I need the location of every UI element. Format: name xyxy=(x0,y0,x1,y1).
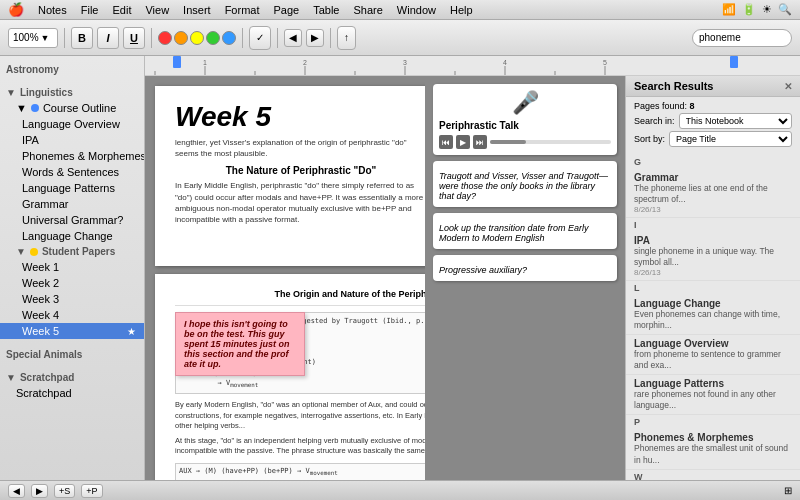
sidebar-item-week2[interactable]: Week 2 xyxy=(0,275,144,291)
shortcut-p-button[interactable]: +P xyxy=(81,484,102,498)
menu-bar: 🍎 Notes File Edit View Insert Format Pag… xyxy=(0,0,800,20)
sidebar-item-special-animals[interactable]: Special Animals xyxy=(0,347,144,362)
sidebar-label-week4: Week 4 xyxy=(22,309,59,321)
menu-notes[interactable]: Notes xyxy=(32,3,73,17)
search-result-lang-overview[interactable]: Language Overview from phoneme to senten… xyxy=(626,335,800,375)
shortcut-s-button[interactable]: +S xyxy=(54,484,75,498)
star-icon: ★ xyxy=(127,326,136,337)
expand-icon4: ▼ xyxy=(6,372,16,383)
sidebar-item-linguistics[interactable]: ▼ Linguistics xyxy=(0,85,144,100)
search-result-lang-change[interactable]: Language Change Even phonemes can change… xyxy=(626,295,800,335)
main-layout: Astronomy ▼ Linguistics ▼ Course Outline… xyxy=(0,56,800,480)
page-title: Week 5 xyxy=(175,101,425,133)
color-orange[interactable] xyxy=(174,31,188,45)
page-body2: In Early Middle English, periphrastic "d… xyxy=(175,180,425,225)
menu-table[interactable]: Table xyxy=(307,3,345,17)
sidebar-item-language-patterns[interactable]: Language Patterns xyxy=(0,180,144,196)
sidebar-item-universal-grammar[interactable]: Universal Grammar? xyxy=(0,212,144,228)
svg-text:3: 3 xyxy=(403,59,407,66)
sidebar-item-week1[interactable]: Week 1 xyxy=(0,259,144,275)
apple-menu[interactable]: 🍎 xyxy=(8,2,24,17)
search-letter-w: W xyxy=(626,470,800,480)
sidebar-item-language-change[interactable]: Language Change xyxy=(0,228,144,244)
sidebar-item-astronomy[interactable]: Astronomy xyxy=(0,62,144,77)
resize-icon: ⊞ xyxy=(784,485,792,496)
sidebar-item-scratchpad-header[interactable]: ▼ Scratchpad xyxy=(0,370,144,385)
audio-progress-bar[interactable] xyxy=(490,140,611,144)
menu-view[interactable]: View xyxy=(139,3,175,17)
media-area: 🎤 Periphrastic Talk ⏮ ▶ ⏭ Traugott and V… xyxy=(425,76,625,480)
menu-file[interactable]: File xyxy=(75,3,105,17)
font-italic-button[interactable]: I xyxy=(97,27,119,49)
color-red[interactable] xyxy=(158,31,172,45)
menu-page[interactable]: Page xyxy=(267,3,305,17)
sidebar-section-linguistics: ▼ Linguistics ▼ Course Outline Language … xyxy=(0,79,144,341)
zoom-stepper[interactable]: ▼ xyxy=(41,33,50,43)
search-input[interactable] xyxy=(692,29,792,47)
prev-page-button[interactable]: ◀ xyxy=(8,484,25,498)
sidebar-item-phonemes[interactable]: Phonemes & Morphemes xyxy=(0,148,144,164)
search-result-lang-patterns[interactable]: Language Patterns rare phonemes not foun… xyxy=(626,375,800,415)
color-yellow[interactable] xyxy=(190,31,204,45)
page-body-text: lengthier, yet Visser's explanation of t… xyxy=(175,137,425,159)
color-green[interactable] xyxy=(206,31,220,45)
color-blue[interactable] xyxy=(222,31,236,45)
separator3 xyxy=(242,28,243,48)
separator1 xyxy=(64,28,65,48)
sidebar-item-week3[interactable]: Week 3 xyxy=(0,291,144,307)
svg-text:1: 1 xyxy=(203,59,207,66)
check-button[interactable]: ✓ xyxy=(249,26,271,50)
separator2 xyxy=(151,28,152,48)
share-button[interactable]: ↑ xyxy=(337,26,356,50)
sidebar-item-course-outline[interactable]: ▼ Course Outline xyxy=(0,100,144,116)
sidebar-item-week5[interactable]: Week 5 ★ xyxy=(0,323,144,339)
menu-edit[interactable]: Edit xyxy=(106,3,137,17)
search-result-phonemes[interactable]: Phonemes & Morphemes Phonemes are the sm… xyxy=(626,429,800,469)
menu-format[interactable]: Format xyxy=(219,3,266,17)
sidebar: Astronomy ▼ Linguistics ▼ Course Outline… xyxy=(0,56,145,480)
color-palette xyxy=(158,31,236,45)
sidebar-item-words-sentences[interactable]: Words & Sentences xyxy=(0,164,144,180)
sidebar-item-ipa[interactable]: IPA xyxy=(0,132,144,148)
svg-text:4: 4 xyxy=(503,59,507,66)
svg-rect-17 xyxy=(730,56,738,68)
media-card-note2: Look up the transition date from Early M… xyxy=(433,213,617,249)
search-panel-close-button[interactable]: ✕ xyxy=(784,81,792,92)
italic-note1: Traugott and Visser, Visser and Traugott… xyxy=(439,171,611,201)
next-page-button[interactable]: ▶ xyxy=(31,484,48,498)
menu-help[interactable]: Help xyxy=(444,3,479,17)
sidebar-item-week4[interactable]: Week 4 xyxy=(0,307,144,323)
svg-text:5: 5 xyxy=(603,59,607,66)
sidebar-item-scratchpad[interactable]: Scratchpad xyxy=(0,385,144,401)
font-underline-button[interactable]: U xyxy=(123,27,145,49)
media-card-note3: Progressive auxiliary? xyxy=(433,255,617,281)
menu-window[interactable]: Window xyxy=(391,3,442,17)
sidebar-item-student-papers[interactable]: ▼ Student Papers xyxy=(0,244,144,259)
separator5 xyxy=(330,28,331,48)
sort-by-select[interactable]: Page Title xyxy=(669,131,792,147)
search-panel-header: Search Results ✕ xyxy=(626,76,800,97)
nav-forward-button[interactable]: ▶ xyxy=(306,29,324,47)
result-snippet-lang-patterns: rare phonemes not found in any other lan… xyxy=(634,389,792,411)
nav-back-button[interactable]: ◀ xyxy=(284,29,302,47)
menu-share[interactable]: Share xyxy=(347,3,388,17)
page2-body: By early Modern English, "do" was an opt… xyxy=(175,400,425,432)
menu-insert[interactable]: Insert xyxy=(177,3,217,17)
sidebar-item-grammar[interactable]: Grammar xyxy=(0,196,144,212)
italic-note3: Progressive auxiliary? xyxy=(439,265,611,275)
result-title-lang-change: Language Change xyxy=(634,298,792,309)
result-snippet-lang-change: Even phonemes can change with time, morp… xyxy=(634,309,792,331)
audio-prev-button[interactable]: ⏮ xyxy=(439,135,453,149)
audio-next-button[interactable]: ⏭ xyxy=(473,135,487,149)
check-icon: ✓ xyxy=(256,32,264,43)
search-result-ipa[interactable]: IPA single phoneme in a unique way. The … xyxy=(626,232,800,281)
sidebar-item-language-overview[interactable]: Language Overview xyxy=(0,116,144,132)
search-result-grammar[interactable]: Grammar The phoneme lies at one end of t… xyxy=(626,169,800,218)
toolbar: 100% ▼ B I U ✓ ◀ ▶ ↑ xyxy=(0,20,800,56)
search-in-select[interactable]: This Notebook xyxy=(679,113,792,129)
audio-controls: ⏮ ▶ ⏭ xyxy=(439,135,611,149)
separator4 xyxy=(277,28,278,48)
audio-play-button[interactable]: ▶ xyxy=(456,135,470,149)
font-bold-button[interactable]: B xyxy=(71,27,93,49)
page-scroll-area[interactable]: Week 5 lengthier, yet Visser's explanati… xyxy=(145,76,425,480)
